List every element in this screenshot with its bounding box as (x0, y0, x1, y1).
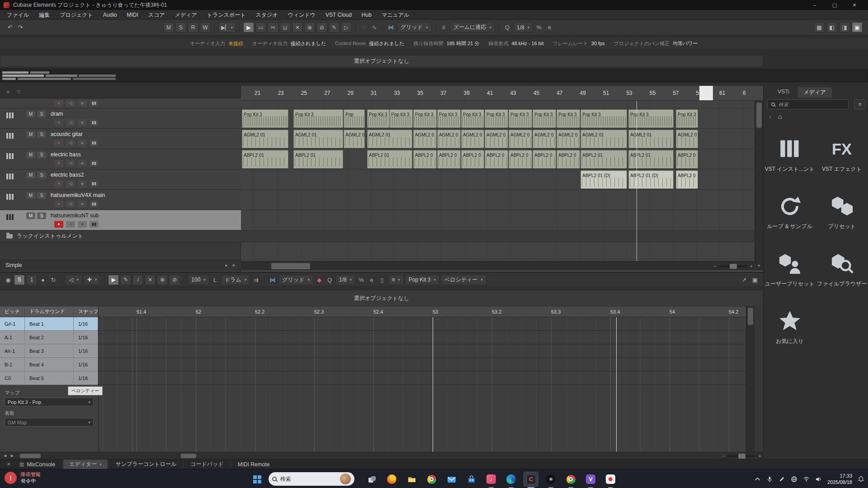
track-mute-button[interactable]: M (26, 192, 35, 199)
scroll-thumb[interactable] (756, 103, 762, 128)
midi-clip[interactable]: Pop Kit 3 (413, 109, 437, 128)
taskbar-clock[interactable]: 17:33 2025/08/18 (827, 473, 852, 486)
undo-button[interactable]: ↶ (5, 23, 14, 33)
editor-vertical-scrollbar[interactable] (746, 306, 755, 452)
record-arm-button[interactable]: ● (54, 201, 63, 207)
audition-dropdown[interactable]: ◁▾ (66, 275, 82, 285)
drum-grid-row[interactable] (99, 331, 755, 344)
gear-icon[interactable]: ✳ (232, 263, 236, 268)
wifi-icon[interactable] (803, 475, 810, 483)
record-arm-button[interactable]: ● (54, 221, 63, 228)
track-electric-bass2[interactable]: MSelectric bass2●◁e▮▮ (0, 169, 241, 190)
media-tile-favorites[interactable]: お気に入り (766, 307, 814, 345)
midi-clip[interactable]: ABPL2 0 (461, 150, 484, 169)
drum-column-header[interactable]: スナップ (74, 306, 98, 317)
lower-zone-toggle[interactable]: ▣ (852, 22, 863, 33)
editor-bottom-scrollbar[interactable]: ◀ ▶ − + (0, 452, 763, 459)
channel-settings-button[interactable]: e (78, 201, 87, 207)
midi-clip[interactable]: ABPL2 0 (509, 150, 532, 169)
menu-vst-cloud[interactable]: VST Cloud (321, 10, 357, 20)
line-curve-icon[interactable]: ∿ (370, 23, 379, 33)
setup-layout-button[interactable]: ▦ (814, 22, 825, 33)
scroll-thumb[interactable] (748, 308, 753, 325)
record-arm-button[interactable]: ● (54, 180, 63, 187)
controller-lane-dropdown[interactable]: ベロシティー ▾ (441, 275, 486, 285)
midi-clip[interactable]: ABPL2 0 (533, 150, 556, 169)
record-in-editor-button[interactable]: ● (38, 275, 47, 285)
track-hatsunemikuNT-sub[interactable]: MShatsunemikuNT sub●◁e▮▮ (0, 210, 241, 230)
midi-clip[interactable]: Pop Kit 3 (293, 109, 343, 128)
track-mute-button[interactable]: M (26, 151, 35, 158)
media-tile-file-browser[interactable]: ファイルブラウザー (818, 249, 866, 288)
drum-grid-row[interactable] (99, 371, 755, 385)
drum-sound-row-beat-5[interactable]: C0Beat 51/16 (0, 371, 98, 385)
list-view-button[interactable]: ≡ (854, 99, 865, 109)
tab-chord-pads[interactable]: コードパッド (184, 460, 229, 469)
folder-track-lane[interactable] (241, 230, 755, 242)
setup-toolbar-button[interactable]: ▣ (750, 275, 760, 285)
zoom-preset-dropdown[interactable]: ズームに適応 ▾ (450, 22, 495, 33)
channel-settings-button[interactable]: e (78, 100, 87, 107)
menu-hub[interactable]: Hub (357, 10, 377, 20)
draw-tool[interactable]: ✎ (329, 22, 340, 33)
back-icon[interactable]: ‹ (769, 113, 771, 120)
timeline-ruler[interactable]: 2123252729313335373941434547495153555759… (241, 86, 763, 101)
acoustic-feedback-button[interactable]: 1 (26, 275, 37, 285)
media-tile-user-presets[interactable]: ユーザープリセット (766, 249, 814, 288)
midi-clip[interactable]: Pop Kit 3 (461, 109, 484, 128)
pen-icon[interactable] (778, 475, 786, 483)
autoscroll-button[interactable]: ▶▏▾ (218, 22, 236, 33)
track-mute-button[interactable]: M (26, 131, 35, 138)
channel-settings-button[interactable]: e (78, 119, 87, 126)
timeline-lane[interactable] (241, 190, 755, 210)
track-solo-button[interactable]: S (37, 172, 46, 178)
range-tool[interactable]: ▭ (255, 22, 266, 33)
redo-button[interactable]: ↷ (16, 23, 25, 33)
notification-bell-icon[interactable] (857, 475, 864, 483)
track-solo-button[interactable]: S (37, 212, 46, 219)
mute-tool[interactable]: ⊘ (169, 275, 180, 285)
timeline-lane[interactable] (241, 101, 755, 108)
snap-icon[interactable]: ⋈ (387, 23, 396, 33)
zoom-out-button[interactable]: − (713, 263, 716, 269)
media-player-icon[interactable] (603, 472, 618, 487)
menu-studio[interactable]: スタジオ (251, 10, 283, 20)
drum-grid-row[interactable] (99, 317, 755, 331)
menu-midi[interactable]: MIDI (122, 10, 143, 20)
minimize-button[interactable]: – (805, 0, 825, 10)
zoom-in-button[interactable]: + (750, 263, 753, 269)
start-icon[interactable] (250, 472, 264, 487)
chevron-up-icon[interactable] (754, 475, 761, 483)
scroll-left-arrow[interactable]: ◀ (2, 453, 8, 459)
menu-transport[interactable]: トランスポート (202, 10, 251, 20)
midi-clip[interactable]: Pop Kit 3 (367, 109, 389, 128)
menu-file[interactable]: ファイル (2, 10, 34, 20)
zoom-slider[interactable] (719, 265, 748, 267)
zoom-tool[interactable]: ⊕ (304, 22, 315, 33)
edge-icon[interactable] (504, 472, 519, 487)
midi-clip[interactable]: AGML2 0 (461, 130, 484, 148)
zoom-corner-button[interactable]: + (755, 261, 763, 270)
vertical-scrollbar[interactable] (755, 101, 763, 261)
mail-icon[interactable] (444, 472, 459, 487)
iterative-quantize-icon[interactable]: % (357, 275, 366, 285)
midi-clip[interactable]: AGML2 0 (676, 130, 698, 148)
search-highlight-icon[interactable] (340, 474, 351, 484)
open-in-window-button[interactable]: ↗ (740, 275, 749, 285)
select-tool[interactable]: ▶ (243, 22, 254, 33)
midi-clip[interactable]: Pop Kit 3 (437, 109, 461, 128)
midi-clip[interactable]: AGML2 0 (509, 130, 532, 148)
midi-clip[interactable]: ABPL2 0 (437, 150, 461, 169)
drum-map-dropdown[interactable]: Pop Kit 3 - Pop. ▾ (5, 398, 94, 406)
midi-clip[interactable]: Pop Kit 3 (509, 109, 532, 128)
monitor-button[interactable]: ◁ (66, 180, 75, 187)
grid-type-dropdown[interactable]: グリッド ▾ (278, 275, 313, 285)
monitor-button[interactable]: ◁ (66, 100, 75, 107)
comment-icon[interactable]: ◌ (359, 23, 368, 33)
tab-midi-remote[interactable]: MIDI Remote (232, 460, 276, 469)
left-zone-toggle[interactable]: ◧ (826, 22, 837, 33)
midi-clip[interactable]: ABPL2 01 (D) (580, 170, 627, 189)
editor-ruler[interactable]: 51.45252.252.352.45353.253.353.45454.2 (99, 306, 755, 317)
media-tile-presets[interactable]: プリセット (818, 192, 866, 230)
snap-icon[interactable]: ⋈ (268, 275, 277, 285)
